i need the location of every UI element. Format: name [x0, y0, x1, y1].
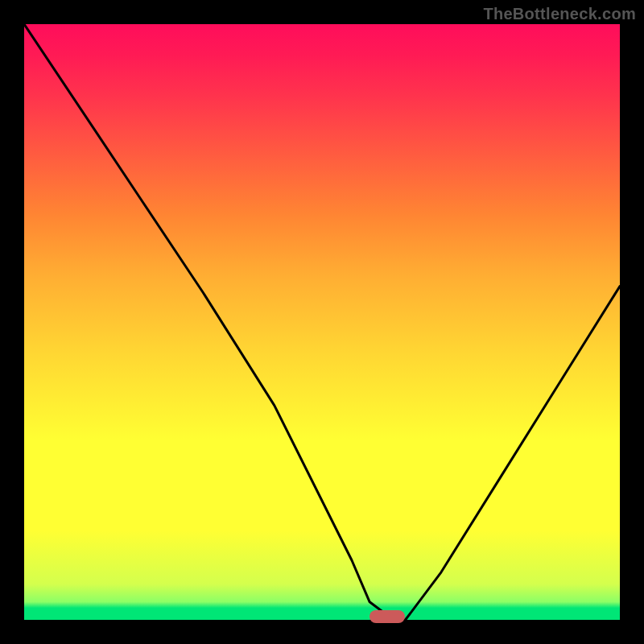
optimal-point-marker	[369, 610, 405, 623]
chart-container: TheBottleneck.com	[0, 0, 644, 644]
bottleneck-curve	[24, 24, 620, 620]
watermark-text: TheBottleneck.com	[483, 5, 636, 23]
plot-area	[24, 24, 620, 620]
